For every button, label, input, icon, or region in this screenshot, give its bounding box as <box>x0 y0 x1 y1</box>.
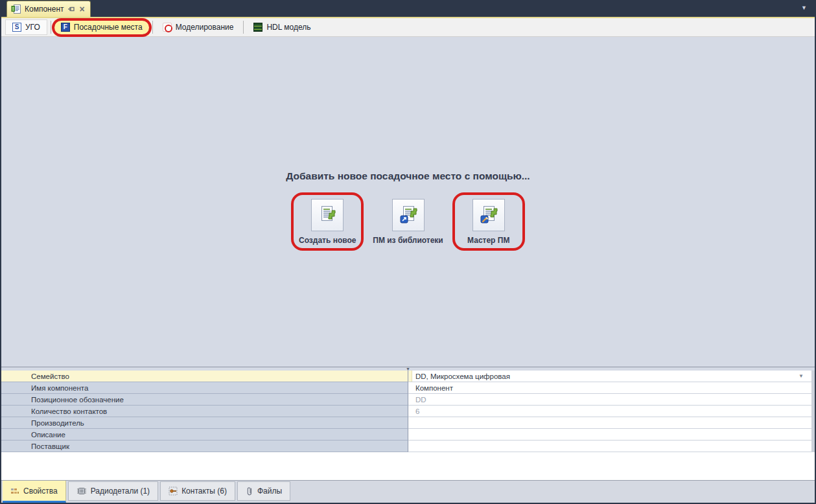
properties-icon <box>10 487 19 496</box>
canvas-heading: Добавить новое посадочное место с помощь… <box>1 170 815 182</box>
toolbar-separator <box>51 21 51 34</box>
tab-ugo-label: УГО <box>25 23 40 32</box>
document-tab-component[interactable]: Компонент × <box>6 1 91 17</box>
document-from-library-icon <box>392 199 425 231</box>
property-row-description[interactable]: Описание <box>1 429 811 441</box>
property-value[interactable]: 6 <box>408 406 811 417</box>
tab-ugo[interactable]: S УГО <box>5 19 47 35</box>
property-value-text: DD, Микросхема цифровая <box>415 372 510 380</box>
component-doc-icon <box>11 4 21 14</box>
document-tab-title: Компонент <box>25 5 64 14</box>
property-value[interactable]: Компонент <box>408 382 811 394</box>
hdl-model-icon <box>253 23 262 32</box>
editor-tab-bar: S УГО F Посадочные места Моделирование H… <box>1 18 815 37</box>
property-row-supplier[interactable]: Поставщик <box>1 441 811 452</box>
footprint-from-library-button[interactable]: ПМ из библиотеки <box>367 192 449 251</box>
document-wizard-icon <box>472 199 505 231</box>
contacts-icon <box>169 487 178 496</box>
footprint-canvas: Добавить новое посадочное место с помощь… <box>1 37 815 367</box>
property-row-component-name[interactable]: Имя компонента Компонент <box>1 382 811 394</box>
footprint-wizard-label: Мастер ПМ <box>467 236 509 245</box>
document-tab-bar: Компонент × ▼ <box>1 0 815 18</box>
tab-files[interactable]: Файлы <box>237 481 290 501</box>
app-window: Компонент × ▼ S УГО F Посадочные места М… <box>0 0 816 504</box>
property-value[interactable] <box>408 441 811 452</box>
tab-footprints-label: Посадочные места <box>74 23 143 32</box>
value-dropdown-icon[interactable]: ▼ <box>799 374 804 379</box>
action-button-row: Создать новое ПМ из библиотеки <box>1 192 815 251</box>
property-value-dropdown[interactable]: DD, Микросхема цифровая ▼ <box>408 371 811 382</box>
tab-simulation-label: Моделирование <box>176 23 234 32</box>
bottom-tab-bar: Свойства Радиодетали (1) Контакты (6) <box>1 480 815 503</box>
tab-radio-parts[interactable]: Радиодетали (1) <box>68 481 158 501</box>
tab-properties[interactable]: Свойства <box>3 481 66 503</box>
property-label[interactable]: Семейство <box>1 371 408 382</box>
property-row-manufacturer[interactable]: Производитель <box>1 417 811 429</box>
property-label[interactable]: Производитель <box>1 417 408 429</box>
create-new-footprint-button[interactable]: Создать новое <box>291 192 364 251</box>
tab-hdl-model[interactable]: HDL модель <box>247 19 317 36</box>
tab-footprints[interactable]: F Посадочные места <box>54 19 149 36</box>
property-label[interactable]: Поставщик <box>1 441 408 452</box>
footprint-from-library-label: ПМ из библиотеки <box>373 236 443 245</box>
property-row-ref-designator[interactable]: Позиционное обозначение DD <box>1 394 811 406</box>
tab-contacts-label: Контакты (6) <box>181 487 227 496</box>
toolbar-separator <box>243 21 244 34</box>
property-value[interactable] <box>408 417 811 429</box>
tab-hdl-model-label: HDL модель <box>266 23 310 32</box>
simulation-icon <box>163 23 172 32</box>
property-value[interactable]: DD <box>408 394 811 406</box>
chip-icon <box>76 487 87 495</box>
properties-grid: Семейство DD, Микросхема цифровая ▼ Имя … <box>1 371 815 452</box>
symbol-icon: S <box>12 23 21 32</box>
property-row-pin-count[interactable]: Количество контактов 6 <box>1 406 811 417</box>
tab-list-dropdown-icon[interactable]: ▼ <box>801 5 807 11</box>
property-value[interactable] <box>408 429 811 441</box>
tab-properties-label: Свойства <box>23 487 58 496</box>
tab-contacts[interactable]: Контакты (6) <box>160 481 235 501</box>
footprint-icon: F <box>61 23 70 32</box>
property-label[interactable]: Количество контактов <box>1 406 408 417</box>
footprint-wizard-button[interactable]: Мастер ПМ <box>452 192 525 251</box>
property-label[interactable]: Позиционное обозначение <box>1 394 408 406</box>
property-label[interactable]: Описание <box>1 429 408 441</box>
property-row-family[interactable]: Семейство DD, Микросхема цифровая ▼ <box>1 371 811 382</box>
new-document-icon <box>311 199 344 231</box>
property-label[interactable]: Имя компонента <box>1 382 408 394</box>
close-icon[interactable]: × <box>80 5 85 14</box>
properties-blank-area <box>1 452 815 480</box>
paperclip-icon <box>246 487 253 496</box>
tab-simulation[interactable]: Моделирование <box>156 19 240 36</box>
create-new-label: Создать новое <box>299 236 356 245</box>
pin-icon[interactable] <box>67 5 75 13</box>
tab-files-label: Файлы <box>257 487 282 496</box>
toolbar-separator <box>152 21 153 34</box>
tab-radio-parts-label: Радиодетали (1) <box>91 487 150 496</box>
